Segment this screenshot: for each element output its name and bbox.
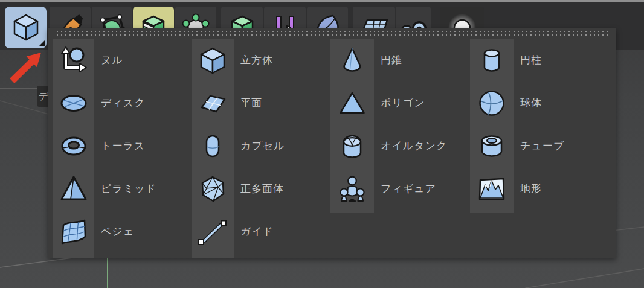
bezier-patch-icon — [59, 217, 88, 246]
menu-item-label: フィギュア — [374, 182, 436, 196]
figure-icon — [338, 174, 367, 203]
menu-column-1: ヌルディスクトーラスピラミッドベジェ — [53, 39, 189, 253]
menu-item-label: ポリゴン — [374, 96, 425, 110]
menu-item-disc[interactable]: ディスク — [53, 82, 189, 124]
menu-item-tube[interactable]: チューブ — [470, 124, 606, 167]
menu-item-label: トーラス — [94, 139, 145, 153]
menu-item-polygon[interactable]: ポリゴン — [330, 82, 466, 124]
menu-item-icon-cell — [192, 174, 234, 203]
menu-item-label: 平面 — [234, 96, 262, 110]
menu-item-cube[interactable]: 立方体 — [192, 39, 327, 82]
menu-item-icon-cell — [53, 132, 94, 161]
menu-item-icon-cell — [192, 132, 234, 161]
landscape-icon — [477, 174, 506, 203]
platonic-icon — [198, 174, 227, 203]
menu-item-icon-cell — [53, 174, 94, 203]
tube-icon — [477, 132, 506, 161]
menu-item-label: ディスク — [94, 96, 146, 110]
menu-item-figure[interactable]: フィギュア — [330, 167, 466, 210]
menu-item-icon-cell — [330, 132, 374, 161]
menu-item-cone[interactable]: 円錐 — [330, 39, 466, 82]
menu-column-4: 円柱球体チューブ地形 — [470, 39, 606, 210]
menu-item-label: 円錐 — [374, 53, 402, 67]
menu-tear-off-grip[interactable] — [57, 31, 609, 36]
polygon-triangle-icon — [338, 89, 367, 118]
pyramid-icon — [59, 174, 88, 203]
menu-item-bezier[interactable]: ベジェ — [53, 210, 189, 253]
cube-solid-icon — [198, 46, 227, 75]
menu-item-landscape[interactable]: 地形 — [470, 167, 606, 210]
sphere-icon — [477, 89, 506, 118]
menu-item-label: 球体 — [514, 96, 542, 110]
menu-item-label: 正多面体 — [234, 182, 284, 196]
menu-item-pyramid[interactable]: ピラミッド — [53, 167, 189, 210]
menu-item-guide[interactable]: ガイド — [192, 210, 327, 253]
menu-item-icon-cell — [192, 89, 234, 118]
cylinder-icon — [477, 46, 506, 75]
primitives-menu: ヌルディスクトーラスピラミッドベジェ立方体平面カプセル正多面体ガイド円錐ポリゴン… — [48, 28, 616, 258]
menu-item-icon-cell — [470, 132, 514, 161]
menu-item-label: ベジェ — [94, 225, 134, 238]
menu-item-label: ヌル — [94, 53, 123, 67]
menu-item-torus[interactable]: トーラス — [53, 124, 189, 167]
menu-item-label: ガイド — [234, 225, 274, 238]
torus-icon — [59, 132, 88, 161]
menu-item-label: オイルタンク — [374, 139, 447, 153]
menu-item-icon-cell — [330, 46, 374, 75]
cone-icon — [338, 46, 367, 75]
menu-item-null[interactable]: ヌル — [53, 39, 189, 82]
menu-column-3: 円錐ポリゴンオイルタンクフィギュア — [330, 39, 466, 210]
menu-item-icon-cell — [330, 174, 374, 203]
menu-item-icon-cell — [192, 46, 234, 75]
menu-item-icon-cell — [192, 217, 234, 246]
menu-item-oiltank[interactable]: オイルタンク — [330, 124, 466, 167]
menu-item-icon-cell — [330, 89, 374, 118]
capsule-icon — [198, 132, 227, 161]
plane-icon — [198, 89, 227, 118]
menu-item-label: チューブ — [514, 139, 564, 153]
menu-column-2: 立方体平面カプセル正多面体ガイド — [192, 39, 327, 253]
red-arrow-shape — [10, 53, 41, 83]
oil-tank-icon — [338, 132, 367, 161]
menu-item-label: ピラミッド — [94, 182, 156, 196]
menu-item-cylinder[interactable]: 円柱 — [470, 39, 606, 82]
menu-item-icon-cell — [470, 46, 514, 75]
menu-item-label: 円柱 — [514, 53, 542, 67]
menu-item-capsule[interactable]: カプセル — [192, 124, 327, 167]
menu-item-sphere[interactable]: 球体 — [470, 82, 606, 124]
menu-item-label: 立方体 — [234, 53, 273, 67]
menu-item-icon-cell — [470, 174, 514, 203]
menu-item-label: 地形 — [514, 182, 542, 196]
guide-line-icon — [198, 217, 227, 246]
red-pointer-arrow — [0, 0, 72, 103]
menu-item-plane[interactable]: 平面 — [192, 82, 327, 124]
menu-item-icon-cell — [470, 89, 514, 118]
menu-item-label: カプセル — [234, 139, 285, 153]
menu-item-platonic[interactable]: 正多面体 — [192, 167, 327, 210]
menu-item-icon-cell — [53, 217, 94, 246]
